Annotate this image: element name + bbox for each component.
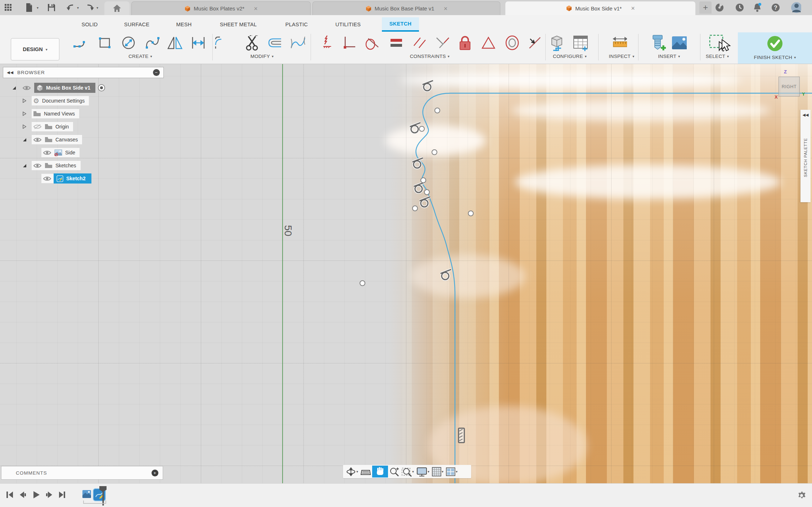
tangent-constraint-badge[interactable] — [441, 270, 451, 280]
expanded-arrow-icon[interactable] — [22, 163, 27, 168]
browser-row-named-views[interactable]: Named Views — [22, 108, 79, 119]
collapsed-arrow-icon[interactable] — [22, 124, 27, 129]
timeline-play-button[interactable] — [31, 489, 42, 501]
insert-section-label[interactable]: INSERT▾ — [650, 53, 688, 60]
browser-row-origin[interactable]: Origin — [22, 121, 73, 132]
file-menu-caret[interactable]: ▾ — [37, 6, 39, 10]
fix-constraint-badge[interactable] — [459, 428, 464, 443]
browser-row-sketch2-selected[interactable]: Sketch2 — [41, 173, 91, 184]
rectangle-tool[interactable] — [97, 35, 113, 51]
tab-sketch-active[interactable]: SKETCH — [382, 17, 419, 32]
timeline-step-back-button[interactable] — [17, 489, 28, 501]
notifications-bell-icon[interactable] — [752, 3, 763, 13]
root-component-bar[interactable]: Music Box Side v1 — [34, 83, 95, 93]
trim-tool[interactable] — [244, 35, 260, 51]
circle-tool[interactable] — [121, 35, 136, 51]
spline-point[interactable] — [468, 211, 473, 216]
tangent-constraint-badge[interactable] — [412, 158, 423, 168]
browser-row-sketches[interactable]: Sketches — [22, 160, 81, 171]
configure-feature-tool[interactable] — [549, 35, 565, 51]
tab-solid[interactable]: SOLID — [77, 17, 102, 32]
browser-minimize-button[interactable]: − — [153, 69, 160, 76]
comments-bar[interactable]: COMMENTS + — [1, 466, 163, 480]
tangent-constraint-tool[interactable] — [364, 35, 380, 51]
undo-caret[interactable]: ▾ — [77, 6, 79, 10]
visibility-off-eye-icon[interactable] — [33, 124, 42, 130]
spline-tool[interactable] — [145, 35, 161, 51]
fillet-tool[interactable] — [214, 35, 230, 51]
tab-sheet-metal[interactable]: SHEET METAL — [213, 17, 263, 32]
tab-close-icon[interactable]: × — [444, 5, 448, 12]
spline-point[interactable] — [435, 108, 440, 113]
zoom-button[interactable] — [388, 466, 400, 477]
redo-button[interactable] — [85, 3, 96, 13]
browser-row-canvases[interactable]: Canvases — [22, 134, 82, 145]
line-tool[interactable] — [72, 35, 88, 51]
modify-section-label[interactable]: MODIFY▾ — [240, 53, 284, 60]
grid-snap-button[interactable]: ▾ — [430, 466, 445, 477]
viewport-canvas[interactable]: 50 — [0, 64, 812, 483]
grid-snap-caret[interactable]: ▾ — [442, 470, 443, 474]
collapsed-arrow-icon[interactable] — [22, 98, 27, 103]
create-section-label[interactable]: CREATE▾ — [119, 53, 162, 60]
insert-fastener-tool[interactable] — [650, 35, 666, 51]
browser-row-side-canvas[interactable]: Side — [41, 147, 80, 158]
undo-button[interactable] — [65, 3, 76, 13]
lock-constraint-tool[interactable] — [457, 35, 473, 51]
extensions-icon[interactable] — [714, 3, 725, 13]
browser-row-root[interactable]: Music Box Side v1 — [12, 82, 105, 94]
new-tab-button[interactable]: + — [699, 1, 712, 14]
tab-mesh[interactable]: MESH — [171, 17, 197, 32]
configuration-table-tool[interactable] — [572, 35, 588, 51]
spline-point[interactable] — [419, 126, 424, 131]
document-tab-2[interactable]: Music Box Base Plate v1 × — [312, 1, 500, 15]
spline-point[interactable] — [424, 190, 429, 195]
timeline-go-to-end-button[interactable] — [57, 489, 68, 501]
look-at-button[interactable] — [359, 466, 372, 477]
browser-panel-header[interactable]: ◀◀ BROWSER − — [3, 67, 164, 78]
palette-expand-icon[interactable]: ◀◀ — [800, 110, 811, 117]
pan-button-active[interactable] — [372, 466, 388, 477]
equal-constraint-tool[interactable] — [388, 35, 404, 51]
orbit-button[interactable]: ▾ — [344, 466, 359, 477]
collinear-constraint-tool[interactable] — [435, 35, 451, 51]
tab-close-icon[interactable]: × — [631, 5, 635, 12]
browser-row-document-settings[interactable]: ⚙ Document Settings — [22, 95, 89, 107]
document-tab-1[interactable]: Music Box Plates v2* × — [131, 1, 311, 15]
view-cube[interactable]: RIGHT — [779, 77, 800, 96]
edit-spline-tool[interactable] — [290, 35, 306, 51]
expanded-arrow-icon[interactable] — [22, 137, 27, 142]
measure-tool[interactable] — [611, 35, 627, 51]
visibility-eye-icon[interactable] — [43, 176, 51, 181]
concentric-constraint-tool[interactable] — [504, 35, 520, 51]
sketch-dimension-tool[interactable] — [190, 35, 206, 51]
redo-caret[interactable]: ▾ — [96, 6, 98, 10]
spline-point[interactable] — [360, 281, 365, 286]
document-tab-3-active[interactable]: Music Box Side v1* × — [505, 1, 695, 15]
viewports-caret[interactable]: ▾ — [456, 470, 457, 474]
save-button[interactable] — [46, 3, 57, 13]
viewports-button[interactable]: ▾ — [445, 466, 459, 477]
constraints-section-label[interactable]: CONSTRAINTS▾ — [405, 53, 455, 60]
collapsed-arrow-icon[interactable] — [22, 111, 27, 116]
job-status-clock-icon[interactable] — [734, 3, 745, 13]
horizontal-vertical-constraint-tool[interactable] — [342, 35, 357, 51]
tab-surface[interactable]: SURFACE — [119, 17, 155, 32]
finish-sketch-button[interactable]: FINISH SKETCH▾ — [738, 32, 812, 64]
profile-avatar[interactable] — [790, 3, 801, 13]
add-comment-button[interactable]: + — [152, 470, 158, 476]
workspace-selector[interactable]: DESIGN ▾ — [11, 38, 59, 60]
configure-section-label[interactable]: CONFIGURE▾ — [546, 53, 593, 60]
visibility-eye-icon[interactable] — [33, 137, 42, 142]
preferences-gear-button[interactable] — [796, 490, 807, 502]
expanded-arrow-icon[interactable] — [12, 86, 17, 90]
file-menu-button[interactable] — [24, 3, 35, 13]
tangent-constraint-badge[interactable] — [410, 123, 420, 133]
selected-sketch-bar[interactable]: Sketch2 — [54, 173, 91, 184]
home-tab[interactable] — [104, 1, 130, 15]
spline-point[interactable] — [432, 150, 437, 155]
insert-image-tool[interactable] — [671, 35, 687, 51]
activate-radio-button[interactable] — [98, 84, 105, 92]
display-settings-button[interactable]: ▾ — [415, 466, 430, 477]
visibility-eye-icon[interactable] — [43, 150, 51, 155]
